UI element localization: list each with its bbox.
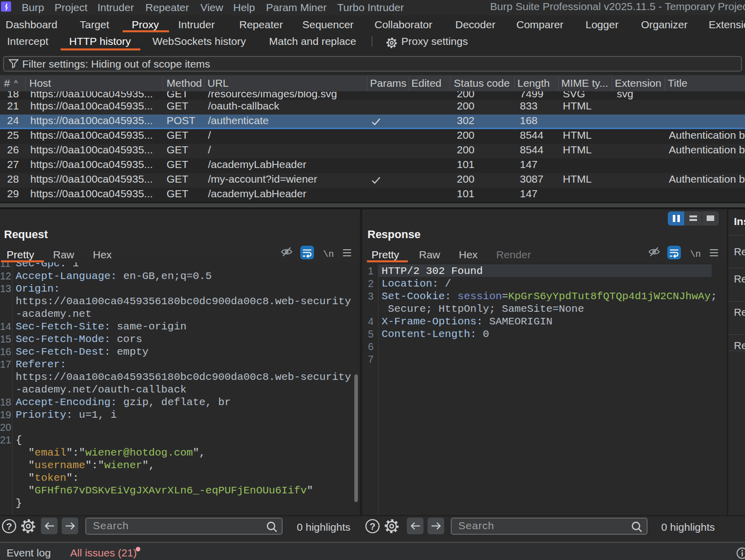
svg-text:?: ? [369, 521, 376, 532]
svg-text:?: ? [6, 521, 12, 532]
